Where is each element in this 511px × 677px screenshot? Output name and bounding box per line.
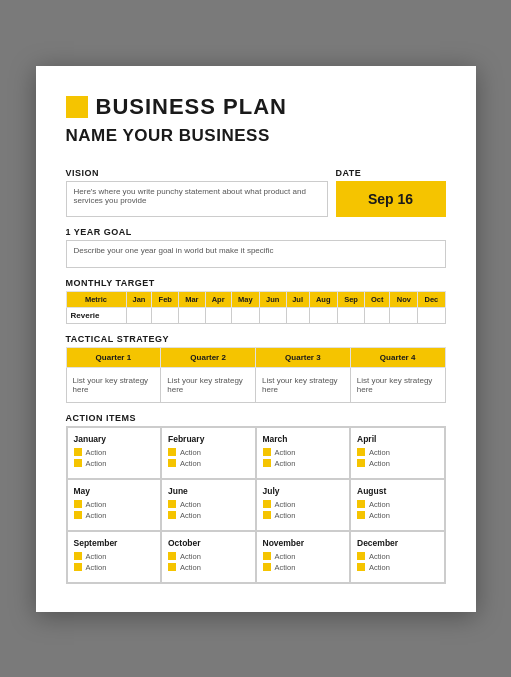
action-item: Action bbox=[74, 500, 155, 509]
action-item-label: Action bbox=[86, 500, 107, 509]
monthly-cell-1[interactable] bbox=[152, 307, 179, 323]
action-item-label: Action bbox=[369, 448, 390, 457]
action-cell-march: MarchActionAction bbox=[256, 427, 351, 479]
action-item: Action bbox=[357, 552, 438, 561]
tactical-header-q2: Quarter 2 bbox=[161, 347, 256, 367]
vision-input[interactable]: Here's where you write punchy statement … bbox=[66, 181, 328, 217]
action-item-label: Action bbox=[180, 500, 201, 509]
monthly-cell-2[interactable] bbox=[179, 307, 206, 323]
action-item: Action bbox=[263, 459, 344, 468]
action-item-label: Action bbox=[180, 448, 201, 457]
vision-label: VISION bbox=[66, 168, 328, 178]
monthly-header-may: May bbox=[231, 291, 259, 307]
action-item: Action bbox=[357, 511, 438, 520]
date-block: DATE Sep 16 bbox=[336, 158, 446, 217]
monthly-row: Reverie bbox=[66, 307, 445, 323]
tactical-header-q4: Quarter 4 bbox=[350, 347, 445, 367]
action-cell-february: FebruaryActionAction bbox=[161, 427, 256, 479]
action-bullet-icon bbox=[263, 511, 271, 519]
tactical-body-row: List your key strategy hereList your key… bbox=[66, 367, 445, 402]
action-item: Action bbox=[263, 563, 344, 572]
monthly-header-mar: Mar bbox=[179, 291, 206, 307]
action-bullet-icon bbox=[357, 552, 365, 560]
monthly-header-dec: Dec bbox=[418, 291, 445, 307]
action-item: Action bbox=[74, 459, 155, 468]
action-cell-november: NovemberActionAction bbox=[256, 531, 351, 583]
vision-date-row: VISION Here's where you write punchy sta… bbox=[66, 158, 446, 217]
action-bullet-icon bbox=[357, 511, 365, 519]
action-item: Action bbox=[74, 448, 155, 457]
tactical-strategy-q3[interactable]: List your key strategy here bbox=[256, 367, 351, 402]
action-bullet-icon bbox=[168, 459, 176, 467]
goal-label: 1 YEAR GOAL bbox=[66, 227, 446, 237]
action-bullet-icon bbox=[168, 511, 176, 519]
monthly-cell-10[interactable] bbox=[390, 307, 418, 323]
action-month-august: August bbox=[357, 486, 438, 496]
action-item-label: Action bbox=[86, 552, 107, 561]
monthly-cell-5[interactable] bbox=[260, 307, 287, 323]
action-bullet-icon bbox=[74, 563, 82, 571]
monthly-header-oct: Oct bbox=[365, 291, 390, 307]
action-bullet-icon bbox=[263, 459, 271, 467]
monthly-cell-6[interactable] bbox=[286, 307, 309, 323]
action-item-label: Action bbox=[180, 552, 201, 561]
action-item-label: Action bbox=[275, 552, 296, 561]
action-month-july: July bbox=[263, 486, 344, 496]
action-item-label: Action bbox=[86, 459, 107, 468]
action-item-label: Action bbox=[180, 511, 201, 520]
monthly-cell-4[interactable] bbox=[231, 307, 259, 323]
action-item: Action bbox=[74, 552, 155, 561]
action-item-label: Action bbox=[275, 459, 296, 468]
tactical-header-row: Quarter 1Quarter 2Quarter 3Quarter 4 bbox=[66, 347, 445, 367]
monthly-cell-0[interactable] bbox=[126, 307, 152, 323]
action-item: Action bbox=[263, 511, 344, 520]
monthly-header-row: MetricJanFebMarAprMayJunJulAugSepOctNovD… bbox=[66, 291, 445, 307]
goal-section: 1 YEAR GOAL Describe your one year goal … bbox=[66, 227, 446, 268]
action-item: Action bbox=[74, 511, 155, 520]
action-month-september: September bbox=[74, 538, 155, 548]
tactical-header-q1: Quarter 1 bbox=[66, 347, 161, 367]
action-item-label: Action bbox=[275, 511, 296, 520]
action-month-february: February bbox=[168, 434, 249, 444]
action-item-label: Action bbox=[86, 448, 107, 457]
monthly-cell-8[interactable] bbox=[337, 307, 364, 323]
action-bullet-icon bbox=[263, 563, 271, 571]
tactical-strategy-q1[interactable]: List your key strategy here bbox=[66, 367, 161, 402]
action-item: Action bbox=[168, 511, 249, 520]
logo-box bbox=[66, 96, 88, 118]
action-cell-october: OctoberActionAction bbox=[161, 531, 256, 583]
action-item-label: Action bbox=[86, 563, 107, 572]
action-bullet-icon bbox=[74, 552, 82, 560]
tactical-strategy-q4[interactable]: List your key strategy here bbox=[350, 367, 445, 402]
monthly-header-nov: Nov bbox=[390, 291, 418, 307]
action-label: ACTION ITEMS bbox=[66, 413, 446, 423]
header: BUSINESS PLAN bbox=[66, 94, 446, 120]
monthly-header-metric: Metric bbox=[66, 291, 126, 307]
action-bullet-icon bbox=[168, 448, 176, 456]
action-item-label: Action bbox=[369, 563, 390, 572]
action-bullet-icon bbox=[357, 563, 365, 571]
action-item: Action bbox=[168, 552, 249, 561]
monthly-section: MONTHLY TARGET MetricJanFebMarAprMayJunJ… bbox=[66, 278, 446, 324]
action-month-march: March bbox=[263, 434, 344, 444]
monthly-label: MONTHLY TARGET bbox=[66, 278, 446, 288]
vision-text: Here's where you write punchy statement … bbox=[74, 187, 306, 205]
monthly-cell-7[interactable] bbox=[309, 307, 337, 323]
action-item-label: Action bbox=[369, 500, 390, 509]
action-bullet-icon bbox=[168, 563, 176, 571]
goal-input[interactable]: Describe your one year goal in world but… bbox=[66, 240, 446, 268]
monthly-header-jul: Jul bbox=[286, 291, 309, 307]
monthly-cell-9[interactable] bbox=[365, 307, 390, 323]
date-value[interactable]: Sep 16 bbox=[336, 181, 446, 217]
business-name: NAME YOUR BUSINESS bbox=[66, 126, 446, 146]
action-item: Action bbox=[168, 448, 249, 457]
monthly-cell-11[interactable] bbox=[418, 307, 445, 323]
page-title: BUSINESS PLAN bbox=[96, 94, 287, 120]
monthly-cell-3[interactable] bbox=[205, 307, 231, 323]
action-bullet-icon bbox=[263, 552, 271, 560]
action-month-december: December bbox=[357, 538, 438, 548]
action-item-label: Action bbox=[275, 448, 296, 457]
tactical-strategy-q2[interactable]: List your key strategy here bbox=[161, 367, 256, 402]
action-item: Action bbox=[263, 552, 344, 561]
monthly-table: MetricJanFebMarAprMayJunJulAugSepOctNovD… bbox=[66, 291, 446, 324]
